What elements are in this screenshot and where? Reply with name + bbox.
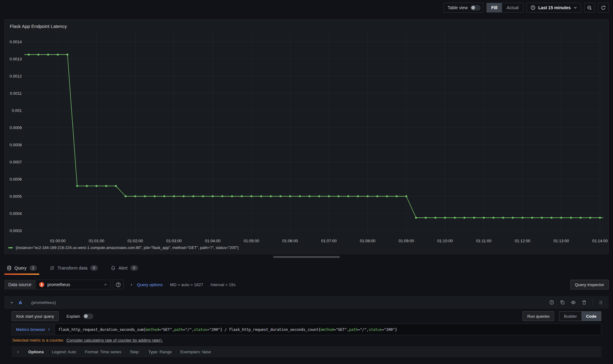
data-point bbox=[386, 195, 388, 197]
actual-button[interactable]: Actual bbox=[502, 3, 523, 12]
data-point bbox=[173, 195, 175, 197]
y-tick-label: 0.0008 bbox=[10, 143, 22, 147]
latency-chart[interactable]: 0.00140.00130.00120.00110.0010.00090.000… bbox=[5, 20, 608, 245]
query-options-link[interactable]: Query options bbox=[137, 282, 163, 287]
toggle-visibility-button[interactable] bbox=[571, 300, 576, 305]
prometheus-icon bbox=[39, 282, 44, 287]
y-tick-label: 0.0012 bbox=[10, 74, 22, 79]
data-point bbox=[96, 185, 98, 187]
y-tick-label: 0.0005 bbox=[10, 194, 22, 199]
explain-toggle[interactable] bbox=[83, 314, 93, 319]
transform-icon bbox=[50, 266, 55, 270]
x-tick-label: 01:06:00 bbox=[282, 239, 298, 243]
builder-button[interactable]: Builder bbox=[559, 312, 581, 321]
tab-query[interactable]: Query 1 bbox=[4, 260, 39, 275]
promql-token: status bbox=[369, 327, 382, 332]
datasource-row: Data source prometheus Query options MD … bbox=[4, 278, 609, 292]
fill-button[interactable]: Fill bbox=[487, 3, 502, 12]
data-point bbox=[105, 185, 107, 187]
chart-legend[interactable]: {instance="ec2-184-169-216-224.us-west-1… bbox=[8, 246, 239, 250]
data-point bbox=[144, 195, 146, 197]
options-label: Options bbox=[28, 350, 44, 354]
data-point bbox=[125, 195, 126, 197]
query-options-summary[interactable]: Query options MD = auto = 1827 Interval … bbox=[130, 282, 236, 287]
delete-query-button[interactable] bbox=[582, 300, 587, 305]
data-point bbox=[454, 217, 456, 219]
data-point bbox=[570, 217, 572, 219]
datasource-help-button[interactable] bbox=[113, 280, 124, 289]
data-point bbox=[28, 54, 30, 56]
data-point bbox=[202, 195, 204, 197]
kick-start-query-button[interactable]: Kick start your query bbox=[12, 311, 59, 321]
promql-token: ="200" bbox=[382, 327, 395, 332]
x-tick-label: 01:10:00 bbox=[437, 239, 453, 243]
zoom-out-button[interactable] bbox=[584, 3, 595, 13]
time-range-label: Last 15 minutes bbox=[538, 5, 571, 10]
options-collapsible-row[interactable]: Options Legend: AutoFormat: Time seriesS… bbox=[12, 346, 601, 357]
chevron-right-icon bbox=[47, 328, 51, 331]
table-view-toggle[interactable] bbox=[470, 5, 481, 10]
data-point bbox=[435, 217, 436, 219]
time-range-picker[interactable]: Last 15 minutes bbox=[527, 3, 581, 13]
y-tick-label: 0.0003 bbox=[10, 228, 22, 233]
promql-code[interactable]: flask_http_request_duration_seconds_sum{… bbox=[55, 324, 601, 335]
zoom-out-icon bbox=[587, 5, 592, 10]
data-point bbox=[522, 217, 523, 219]
x-tick-label: 01:07:00 bbox=[321, 239, 337, 243]
toggle-knob bbox=[471, 6, 475, 10]
data-point bbox=[76, 185, 78, 187]
data-point bbox=[512, 217, 514, 219]
query-editor-card: A (prometheus) Kick start your query Exp… bbox=[4, 296, 609, 357]
metrics-browser-button[interactable]: Metrics browser bbox=[12, 324, 55, 335]
promql-token: path bbox=[349, 327, 358, 332]
tab-alert[interactable]: Alert 0 bbox=[108, 260, 140, 275]
option-summary-item: Exemplars: false bbox=[180, 350, 211, 354]
query-inspector-button[interactable]: Query inspector bbox=[570, 280, 609, 289]
query-datasource-hint: (prometheus) bbox=[31, 300, 56, 305]
tab-label: Query bbox=[14, 266, 27, 270]
data-point bbox=[425, 217, 427, 219]
explain-control: Explain bbox=[67, 314, 93, 319]
data-point bbox=[357, 195, 359, 197]
max-datapoints-text: MD = auto = 1827 bbox=[170, 282, 203, 287]
duplicate-query-button[interactable] bbox=[560, 300, 565, 305]
metrics-browser-label: Metrics browser bbox=[16, 327, 45, 332]
data-point bbox=[318, 195, 320, 197]
explain-label: Explain bbox=[67, 314, 80, 319]
x-tick-label: 01:05:00 bbox=[244, 239, 259, 243]
table-view-label: Table view bbox=[448, 5, 468, 10]
warning-rate-link[interactable]: Consider calculating rate of counter by … bbox=[67, 338, 163, 343]
refresh-button[interactable] bbox=[598, 3, 609, 13]
query-help-button[interactable] bbox=[549, 300, 554, 305]
run-queries-button[interactable]: Run queries bbox=[523, 311, 554, 321]
counter-warning: Selected metric is a counter. Consider c… bbox=[12, 337, 601, 343]
collapse-chevron-icon[interactable] bbox=[10, 301, 14, 305]
editor-tabs: Query 1 Transform data 0 Alert 0 bbox=[4, 260, 140, 275]
tab-transform-data[interactable]: Transform data 0 bbox=[47, 260, 100, 275]
data-point bbox=[260, 195, 262, 197]
x-tick-label: 01:09:00 bbox=[399, 239, 414, 243]
option-summary-item: Legend: Auto bbox=[52, 350, 76, 354]
data-point bbox=[599, 217, 601, 219]
data-point bbox=[328, 195, 330, 197]
x-tick-label: 01:14:00 bbox=[592, 239, 608, 243]
datasource-label: Data source bbox=[4, 280, 35, 289]
y-tick-label: 0.0014 bbox=[10, 40, 22, 44]
data-point bbox=[560, 217, 562, 219]
help-icon bbox=[116, 282, 121, 287]
tab-transform-count: 0 bbox=[90, 265, 98, 271]
copy-icon bbox=[560, 300, 565, 305]
drag-query-handle[interactable] bbox=[599, 300, 603, 305]
bell-icon bbox=[111, 266, 116, 270]
data-point bbox=[57, 54, 59, 56]
panel-resize-handle[interactable] bbox=[273, 256, 340, 258]
data-point bbox=[221, 195, 223, 197]
data-point bbox=[444, 217, 446, 219]
datasource-picker[interactable]: prometheus bbox=[36, 280, 111, 289]
query-row-actions bbox=[549, 299, 603, 305]
code-button[interactable]: Code bbox=[581, 312, 601, 321]
promql-token: path bbox=[174, 327, 183, 332]
query-row-header[interactable]: A (prometheus) bbox=[4, 296, 609, 309]
data-point bbox=[483, 217, 485, 219]
data-point bbox=[299, 195, 301, 197]
